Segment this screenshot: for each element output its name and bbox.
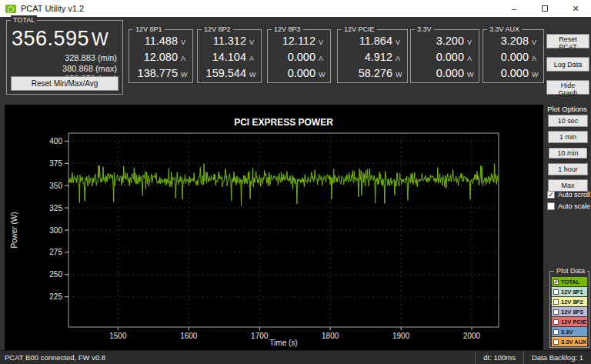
rail-voltage-unit: V [396, 38, 404, 46]
reset-minmax-button[interactable]: Reset Min/Max/Avg [11, 76, 119, 91]
rail-current-value: 0.000 [288, 51, 316, 63]
3-3v-plot-label: 3.3V [561, 329, 573, 336]
12v-8p1-plot-checkbox[interactable] [553, 289, 559, 295]
total-power-reading: 356.595W [7, 21, 122, 51]
12v-8p2-plot-checkbox[interactable] [553, 299, 559, 305]
total-plot-checkbox[interactable]: ✓ [553, 279, 559, 285]
rail-current-row: 4.912A [338, 51, 407, 67]
3-3v-aux-plot-label: 3.3V AUX [561, 339, 586, 346]
rail-voltage-value: 11.488 [145, 35, 178, 47]
plot-option-max[interactable]: Max [548, 179, 588, 192]
svg-text:325: 325 [49, 204, 62, 212]
svg-text:PCI EXPRESS POWER: PCI EXPRESS POWER [234, 117, 333, 128]
svg-text:1600: 1600 [180, 332, 198, 340]
12v-8p1-plot-label: 12V 8P1 [561, 289, 583, 296]
svg-text:350: 350 [49, 182, 62, 190]
rail-power-value: 0.000 [288, 67, 316, 79]
rail-current-row: 0.000A [483, 51, 543, 67]
12v-8p3-plot-label: 12V 8P3 [561, 309, 583, 316]
rail-current-value: 0.000 [501, 51, 529, 63]
total-box-label: TOTAL [11, 15, 37, 25]
plot-option-1-min[interactable]: 1 min [548, 131, 588, 143]
rail-voltage-row: 12.112V [268, 35, 330, 51]
rail-power-unit: W [181, 71, 189, 78]
svg-text:275: 275 [49, 248, 62, 256]
total-max: 380.868 (max) [62, 64, 117, 75]
rail-power-row: 0.000W [268, 67, 330, 83]
plot-option-10-sec[interactable]: 10 sec [548, 115, 588, 127]
rail-voltage-value: 12.112 [282, 35, 316, 47]
rail-power-value: 0.000 [436, 67, 464, 79]
auto-scale-checkbox[interactable] [547, 202, 555, 210]
12v-8p3-plot-checkbox[interactable] [553, 309, 559, 315]
rail-voltage-row: 11.488V [129, 35, 192, 51]
rail-label: 12V PCIE [342, 25, 377, 34]
plot-option-1-hour[interactable]: 1 hour [548, 163, 588, 175]
checkbox-row-auto-scroll[interactable]: ✓Auto scroll [547, 191, 590, 199]
checkbox-row-auto-scale[interactable]: Auto scale [547, 202, 590, 210]
3-3v-plot-checkbox[interactable] [553, 329, 559, 335]
rail-power-value: 0.000 [501, 67, 529, 79]
rail-voltage-value: 11.312 [213, 35, 246, 47]
svg-text:1700: 1700 [251, 332, 269, 340]
plot-data-item-3-3v-aux[interactable]: 3.3V AUX [552, 337, 587, 346]
plot-data-item-12v-8p1[interactable]: 12V 8P1 [552, 287, 587, 296]
rail-power-unit: W [396, 71, 404, 78]
rail-voltage-row: 3.200V [411, 35, 479, 51]
rail-power-row: 159.544W [198, 67, 261, 83]
status-dt: dt: 100ms [475, 351, 523, 364]
rail-voltage-unit: V [467, 38, 476, 46]
window-title: PCAT Utility v1.2 [21, 4, 84, 13]
rail-voltage-value: 3.208 [501, 35, 529, 47]
log-data-button[interactable]: Log Data [546, 57, 589, 72]
auto-scroll-checkbox[interactable]: ✓ [547, 191, 555, 199]
rail-power-row: 138.775W [129, 67, 192, 83]
rail-voltage-row: 3.208V [483, 35, 543, 51]
minimize-button[interactable]: – [499, 0, 529, 17]
rail-current-unit: A [181, 55, 189, 62]
svg-text:225: 225 [49, 292, 62, 301]
3-3v-aux-plot-checkbox[interactable] [553, 339, 559, 345]
plot-options-label: Plot Options [543, 105, 591, 113]
status-right: dt: 100ms Data Backlog: 1 [475, 351, 591, 364]
rail-current-row: 0.000A [411, 51, 479, 67]
rail-voltage-value: 11.864 [359, 35, 392, 47]
plot-data-item-total[interactable]: ✓TOTAL [552, 277, 587, 286]
close-button[interactable]: ✕ [560, 0, 591, 17]
rail-box-12v-pcie: 12V PCIE11.864V4.912A58.276W [337, 29, 408, 83]
plot-option-10-min[interactable]: 10 min [548, 147, 588, 159]
12v-pcie-plot-checkbox[interactable] [553, 319, 559, 325]
svg-text:Time (s): Time (s) [269, 339, 297, 347]
hide-graph-button[interactable]: Hide Graph [546, 80, 589, 95]
plot-data-item-12v-8p3[interactable]: 12V 8P3 [552, 307, 587, 316]
rail-voltage-unit: V [532, 38, 540, 46]
rail-power-unit: W [249, 71, 258, 78]
svg-text:300: 300 [49, 226, 62, 235]
plot-data-item-12v-pcie[interactable]: 12V PCIE [552, 317, 587, 326]
svg-text:250: 250 [49, 270, 62, 279]
plot-data-item-3-3v[interactable]: 3.3V [552, 327, 587, 336]
status-backlog: Data Backlog: 1 [523, 351, 591, 364]
rail-voltage-row: 11.312V [198, 35, 261, 51]
app-logo-icon [5, 5, 16, 13]
maximize-icon [542, 5, 548, 12]
title-bar: PCAT Utility v1.2 – ✕ [0, 0, 591, 17]
app-window: PCAT Utility v1.2 – ✕ TOTAL 356.595W 328… [0, 0, 591, 364]
plot-data-item-12v-8p2[interactable]: 12V 8P2 [552, 297, 587, 306]
rail-voltage-value: 3.200 [436, 35, 464, 47]
12v-pcie-plot-label: 12V PCIE [561, 319, 586, 326]
svg-text:375: 375 [49, 159, 62, 168]
rail-power-unit: W [319, 71, 327, 78]
rail-voltage-unit: V [249, 38, 258, 46]
svg-text:1500: 1500 [109, 332, 127, 340]
rail-current-row: 0.000A [268, 51, 330, 67]
auto-scale-label: Auto scale [558, 202, 590, 210]
rail-power-value: 58.276 [359, 67, 392, 79]
rail-voltage-unit: V [319, 38, 327, 46]
reset-pcat-button[interactable]: Reset PCAT [546, 34, 589, 48]
plot-data-items: ✓TOTAL12V 8P112V 8P212V 8P312V PCIE3.3V3… [550, 272, 589, 348]
rail-current-unit: A [319, 55, 327, 62]
connection-status: PCAT B00 connected, FW v0.8 [0, 353, 105, 362]
rail-box-12v-8p1: 12V 8P111.488V12.080A138.775W [129, 29, 193, 83]
maximize-button[interactable] [529, 0, 560, 17]
